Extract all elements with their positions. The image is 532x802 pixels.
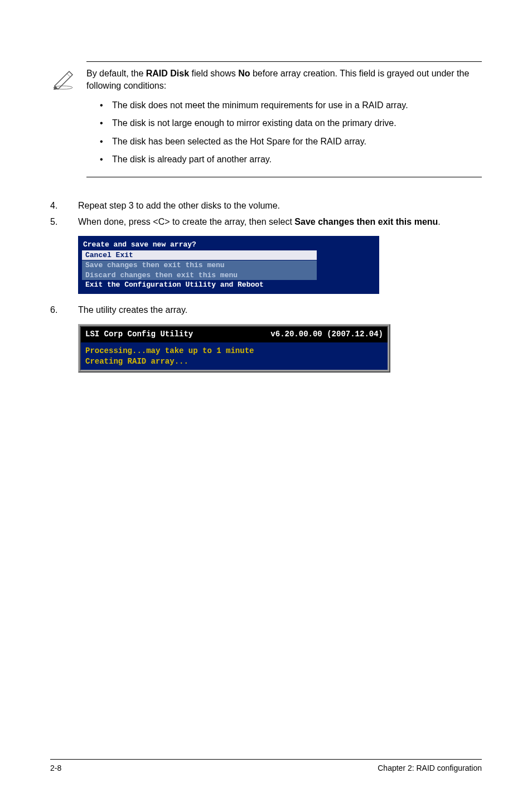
menu-title: Create and save new array? (82, 240, 375, 250)
note-bullet: The disk is already part of another arra… (100, 153, 482, 166)
footer-page-number: 2-8 (50, 763, 61, 774)
step-body: The utility creates the array. (78, 304, 482, 316)
step-body: When done, press <C> to create the array… (78, 216, 482, 228)
step-body: Repeat step 3 to add the other disks to … (78, 200, 482, 212)
bios-menu-screenshot: Create and save new array? Cancel Exit S… (78, 236, 379, 294)
note-bullet: The disk does not meet the minimum requi… (100, 99, 482, 112)
menu-cancel-exit: Cancel Exit (82, 250, 317, 260)
processing-line2: Creating RAID array... (85, 356, 383, 368)
note-lead: By default, the RAID Disk field shows No… (86, 67, 482, 93)
processing-header: LSI Corp Config Utility v6.20.00.00 (200… (81, 327, 388, 342)
processing-body: Processing...may take up to 1 minute Cre… (81, 342, 388, 369)
pencil-icon (50, 61, 86, 94)
processing-header-right: v6.20.00.00 (2007.12.04) (270, 329, 383, 340)
footer-chapter: Chapter 2: RAID configuration (378, 763, 482, 774)
note-lead-pre: By default, the (86, 69, 146, 78)
step5-bold: Save changes then exit this menu (294, 217, 438, 226)
page-footer: 2-8 Chapter 2: RAID configuration (50, 759, 482, 774)
note-bullet: The disk has been selected as the Hot Sp… (100, 136, 482, 148)
processing-line1: Processing...may take up to 1 minute (85, 346, 383, 357)
note-lead-mid: field shows (189, 69, 238, 78)
step-number: 4. (50, 200, 78, 212)
note-lead-bold1: RAID Disk (146, 69, 189, 78)
menu-save-changes: Save changes then exit this menu (82, 260, 317, 270)
note-bullets: The disk does not meet the minimum requi… (86, 99, 482, 166)
bios-processing-screenshot: LSI Corp Config Utility v6.20.00.00 (200… (78, 324, 390, 373)
step-number: 5. (50, 216, 78, 228)
note-lead-bold2: No (238, 69, 250, 78)
menu-exit-reboot: Exit the Configuration Utility and Reboo… (82, 280, 375, 290)
processing-header-left: LSI Corp Config Utility (85, 329, 193, 340)
step-5: 5. When done, press <C> to create the ar… (50, 216, 482, 228)
step5-pre: When done, press <C> to create the array… (78, 217, 294, 226)
note-bullet: The disk is not large enough to mirror e… (100, 117, 482, 129)
menu-discard-changes: Discard changes then exit this menu (82, 270, 317, 281)
ordered-steps: 4. Repeat step 3 to add the other disks … (50, 200, 482, 373)
step-4: 4. Repeat step 3 to add the other disks … (50, 200, 482, 212)
step5-post: . (438, 217, 440, 226)
note-block: By default, the RAID Disk field shows No… (50, 61, 482, 177)
note-content: By default, the RAID Disk field shows No… (86, 61, 482, 177)
step-6: 6. The utility creates the array. (50, 304, 482, 316)
svg-line-3 (69, 71, 72, 75)
step-number: 6. (50, 304, 78, 316)
svg-line-4 (67, 74, 70, 77)
